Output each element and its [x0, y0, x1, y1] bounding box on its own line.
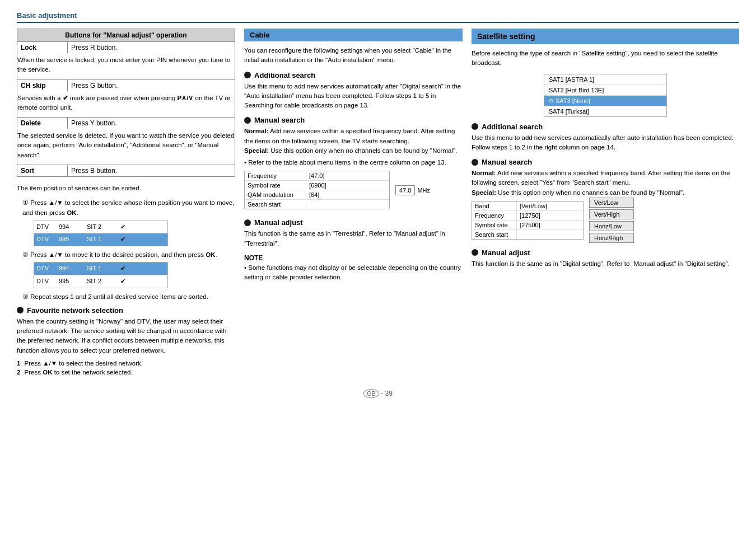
- satellite-intro: Before selecting the type of search in "…: [472, 49, 739, 68]
- cable-manual-title: Manual search: [254, 116, 305, 124]
- freq-side: 47.0 MHz: [390, 185, 436, 195]
- sort-steps: ① Press ▲/▼ to select the service whose …: [17, 198, 235, 302]
- freq-value-4: [306, 200, 340, 209]
- dtv-table-2: DTV 994 SIT 1 ✔ DTV 995 SIT 2 ✔: [34, 262, 168, 288]
- satellite-title: Satellite setting: [472, 29, 739, 44]
- gb-badge: GB: [363, 389, 379, 398]
- sat-additional-search: Additional search Use this menu to add n…: [472, 123, 739, 153]
- dtv-cell: DTV: [34, 263, 57, 275]
- sort-key: Sort: [17, 165, 68, 176]
- sat-item-4: SAT4 [Turksat]: [544, 106, 666, 116]
- band-value-2: [12750]: [517, 211, 556, 220]
- sort-step3-text: ③ Repeat steps 1 and 2 until all desired…: [22, 293, 208, 300]
- sort-desc: The item position of services can be sor…: [17, 181, 235, 198]
- dtv-row-1-1: DTV 994 SIT 2 ✔: [34, 221, 167, 234]
- sat-special-label: Special:: [472, 189, 496, 196]
- fav-heading: Favourite network selection: [17, 306, 235, 315]
- fav-bullet-icon: [17, 307, 24, 313]
- delete-value: Press Y button.: [68, 118, 235, 129]
- sort-step2-text: ② Press ▲/▼ to move it to the desired po…: [22, 251, 217, 258]
- cable-normal-text: Normal: Add new services within a specif…: [244, 127, 463, 146]
- freq-mhz-value: 47.0: [395, 185, 415, 195]
- cable-additional-bullet-icon: [244, 72, 251, 78]
- band-label-1: Band: [472, 202, 517, 210]
- sort-row: Sort Press B button.: [17, 165, 235, 176]
- fav-step-1-text: Press ▲/▼ to select the desired network.: [25, 360, 143, 367]
- sat-item-2: SAT2 [Hot Bird 13E]: [544, 85, 666, 96]
- band-wrapper: Band [Vert/Low] Frequency [12750] Symbol…: [472, 198, 739, 243]
- cable-special-desc: Use this option only when no channels ca…: [270, 147, 457, 154]
- cable-additional-desc: Use this menu to add new services automa…: [244, 82, 463, 111]
- content-grid: Buttons for "Manual adjust" operation Lo…: [17, 29, 739, 378]
- fav-step-2-num: 2: [17, 369, 20, 376]
- cable-additional-heading: Additional search: [244, 71, 463, 79]
- freq-value-2: [6900]: [306, 181, 340, 190]
- lock-key: Lock: [17, 42, 68, 53]
- cable-additional-search: Additional search Use this menu to add n…: [244, 71, 463, 111]
- page-header: Basic adjustment: [17, 11, 739, 23]
- dtv-row-1-2: DTV 995 SIT 1 ✔: [34, 233, 167, 246]
- freq-row-2: Symbol rate [6900]: [245, 181, 389, 190]
- sat-item-1: SAT1 [ASTRA 1]: [544, 74, 666, 85]
- manual-adjust-box: Buttons for "Manual adjust" operation Lo…: [17, 29, 235, 177]
- dtv-cell: ✔: [118, 233, 135, 246]
- freq-table: Frequency [47.0] Symbol rate [6900] QAM …: [244, 171, 390, 209]
- cable-bullet-ref: • Refer to the table about menu items in…: [244, 158, 463, 167]
- band-label-3: Symbol rate: [472, 221, 517, 229]
- cable-manual-adjust-title: Manual adjust: [254, 218, 303, 227]
- left-column: Buttons for "Manual adjust" operation Lo…: [17, 29, 235, 378]
- vert-high-btn: Vert/High: [589, 209, 634, 219]
- freq-row-3: QAM modulation [64]: [245, 190, 389, 200]
- delete-desc: The selected service is deleted. If you …: [17, 129, 235, 165]
- dtv-cell: DTV: [34, 275, 57, 288]
- page-number: - 39: [381, 390, 393, 397]
- fav-step-2: 2 Press OK to set the network selected.: [17, 369, 235, 376]
- cable-manual-bullet-icon: [244, 117, 251, 124]
- band-row-1: Band [Vert/Low]: [472, 202, 583, 211]
- cable-note-title: NOTE: [244, 254, 463, 262]
- fav-desc: When the country setting is "Norway" and…: [17, 317, 235, 355]
- cable-manual-search: Manual search Normal: Add new services w…: [244, 116, 463, 213]
- sat-manual-adjust: Manual adjust This function is the same …: [472, 249, 739, 269]
- cable-manual-adjust: Manual adjust This function is the same …: [244, 218, 463, 249]
- sat-manual-title: Manual search: [482, 158, 532, 166]
- cable-title: Cable: [244, 29, 463, 41]
- freq-label-4: Search start: [245, 200, 306, 209]
- dtv-cell: DTV: [34, 233, 57, 246]
- satellite-list: SAT1 [ASTRA 1] SAT2 [Hot Bird 13E] ⊙ SAT…: [544, 74, 667, 117]
- cable-special-text: Special: Use this option only when no ch…: [244, 146, 463, 156]
- sat-item-3-label: SAT3 [None]: [556, 97, 590, 104]
- dtv-cell: ✔: [118, 263, 135, 275]
- sat-manual-adjust-title: Manual adjust: [482, 249, 530, 257]
- band-label-4: Search start: [472, 230, 517, 239]
- horiz-high-btn: Horiz/High: [589, 233, 634, 243]
- dtv-cell: ✔: [118, 275, 135, 288]
- manual-adjust-title: Buttons for "Manual adjust" operation: [17, 29, 235, 41]
- chskip-desc: Services with a ✔ mark are passed over w…: [17, 91, 235, 118]
- cable-additional-title: Additional search: [254, 71, 315, 79]
- chskip-row: CH skip Press G button.: [17, 79, 235, 91]
- fav-steps-list: 1 Press ▲/▼ to select the desired networ…: [17, 360, 235, 376]
- sat-additional-title: Additional search: [482, 123, 543, 131]
- dtv-cell: 995: [57, 233, 85, 246]
- page-title: Basic adjustment: [17, 11, 77, 20]
- cable-manual-heading: Manual search: [244, 116, 463, 124]
- dtv-cell: SIT 1: [85, 263, 118, 275]
- fav-step-1: 1 Press ▲/▼ to select the desired networ…: [17, 360, 235, 367]
- freq-label-1: Frequency: [245, 171, 306, 180]
- sat-item-3: ⊙ SAT3 [None]: [544, 96, 666, 106]
- delete-row: Delete Press Y button.: [17, 117, 235, 129]
- cable-normal-label: Normal:: [244, 128, 268, 134]
- band-row-3: Symbol rate [27500]: [472, 221, 583, 230]
- band-value-4: [517, 230, 556, 239]
- sort-step2: ② Press ▲/▼ to move it to the desired po…: [22, 250, 235, 288]
- freq-value-3: [64]: [306, 190, 340, 199]
- freq-mhz-unit: MHz: [417, 187, 430, 194]
- lock-row: Lock Press R button.: [17, 41, 235, 53]
- band-row-4: Search start: [472, 230, 583, 239]
- sort-value: Press B button.: [68, 165, 235, 176]
- dtv-cell: DTV: [34, 221, 57, 233]
- sort-step1-text: ① Press ▲/▼ to select the service whose …: [22, 199, 234, 216]
- middle-column: Cable You can reconfigure the following …: [244, 29, 463, 378]
- dtv-cell: SIT 1: [85, 233, 118, 246]
